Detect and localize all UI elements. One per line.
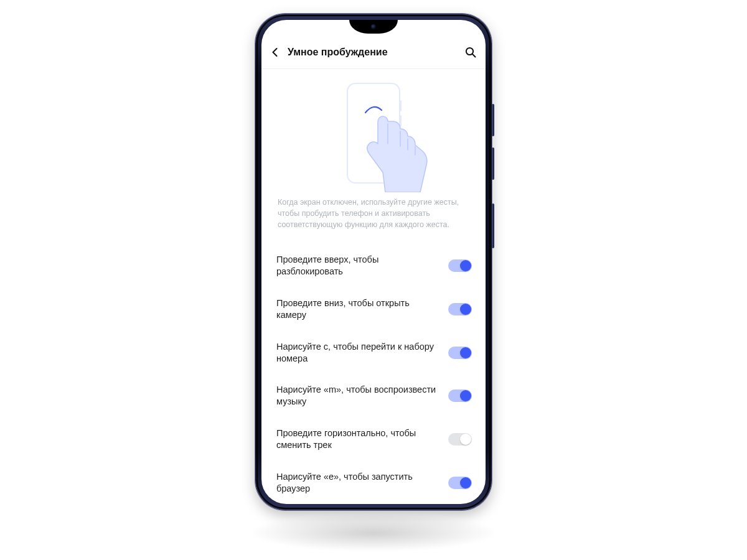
chevron-left-icon (270, 47, 280, 57)
content-area: Когда экран отключен, используйте другие… (261, 68, 486, 504)
volume-up-button[interactable] (492, 104, 494, 136)
app-header: Умное пробуждение (261, 39, 486, 66)
phone-screen: Умное пробуждение (261, 20, 486, 504)
hero-description: Когда экран отключен, используйте другие… (276, 189, 471, 233)
hero-section: Когда экран отключен, используйте другие… (261, 69, 486, 241)
setting-toggle[interactable] (448, 347, 472, 359)
setting-row: Нарисуйте «m», чтобы воспроизвести музык… (261, 374, 486, 418)
setting-row: Проведите вниз, чтобы открыть камеру (261, 287, 486, 331)
setting-toggle[interactable] (448, 259, 472, 272)
settings-list: Проведите вверх, чтобы разблокироватьПро… (261, 241, 486, 504)
setting-row: Нарисуйте «e», чтобы запустить браузер (261, 461, 486, 504)
volume-down-button[interactable] (492, 147, 494, 180)
setting-row: Нарисуйте с, чтобы перейти к набору номе… (261, 331, 486, 375)
setting-toggle[interactable] (448, 433, 472, 446)
hand-icon (346, 105, 435, 192)
display-notch (349, 20, 398, 34)
toggle-knob (460, 390, 471, 401)
svg-line-1 (472, 54, 476, 57)
setting-label: Нарисуйте с, чтобы перейти к набору номе… (276, 341, 441, 365)
phone-frame: Умное пробуждение (255, 14, 492, 510)
search-button[interactable] (464, 46, 477, 58)
page-title: Умное пробуждение (288, 47, 388, 58)
search-icon (464, 46, 477, 58)
setting-label: Проведите вверх, чтобы разблокировать (276, 254, 441, 278)
setting-toggle[interactable] (448, 390, 472, 402)
phone-reflection (249, 514, 498, 551)
setting-toggle[interactable] (448, 303, 472, 315)
setting-label: Нарисуйте «e», чтобы запустить браузер (276, 471, 441, 495)
setting-toggle[interactable] (448, 477, 472, 489)
setting-row: Проведите вверх, чтобы разблокировать (261, 244, 486, 287)
toggle-knob (460, 477, 471, 488)
toggle-knob (460, 347, 471, 358)
setting-label: Проведите вниз, чтобы открыть камеру (276, 297, 441, 321)
toggle-knob (460, 260, 471, 271)
power-button[interactable] (492, 203, 494, 248)
setting-label: Нарисуйте «m», чтобы воспроизвести музык… (276, 384, 441, 408)
toggle-knob (460, 434, 471, 445)
toggle-knob (460, 304, 471, 315)
setting-row: Проведите горизонтально, чтобы сменить т… (261, 418, 486, 461)
gesture-illustration (317, 80, 430, 189)
setting-label: Проведите горизонтально, чтобы сменить т… (276, 427, 441, 451)
back-button[interactable] (270, 47, 280, 57)
stage: Умное пробуждение (0, 0, 747, 560)
